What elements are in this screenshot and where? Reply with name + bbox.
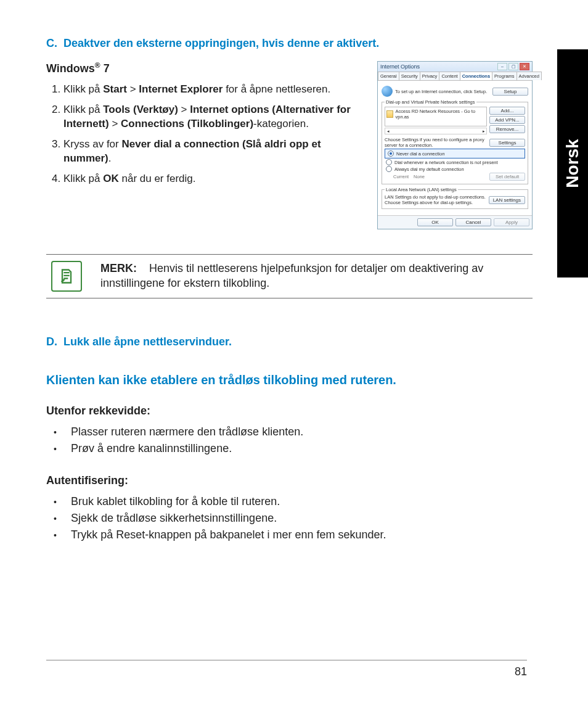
list-item: Sjekk de trådløse sikkerhetsinnstillinge… (71, 510, 533, 527)
radio-never[interactable]: Never dial a connection (388, 150, 523, 157)
radio-always[interactable]: Always dial my default connection (386, 166, 525, 172)
globe-icon (382, 86, 393, 97)
dialog-title: Internet Options (380, 64, 420, 70)
step-4: Klikk på OK når du er ferdig. (63, 172, 365, 186)
note-text: MERK: Henvis til nettleserens hjelpefunk… (100, 261, 528, 291)
internet-options-dialog: Internet Options – ▢ ✕ General Security … (377, 61, 533, 229)
dialup-legend: Dial-up and Virtual Private Network sett… (385, 99, 476, 105)
cancel-button[interactable]: Cancel (455, 218, 491, 226)
lan-fieldset: Local Area Network (LAN) settings LAN Se… (382, 187, 528, 209)
tab-privacy[interactable]: Privacy (420, 72, 440, 80)
connection-icon (386, 110, 393, 118)
add-button[interactable]: Add... (489, 107, 525, 115)
note-icon (51, 261, 82, 292)
apply-button[interactable]: Apply (494, 218, 529, 226)
lan-settings-button[interactable]: LAN settings (489, 196, 525, 204)
radio-whenever[interactable]: Dial whenever a network connection is no… (386, 159, 525, 165)
range-list: Plasser ruteren nærmere den trådløse kli… (46, 424, 533, 457)
step-2: Klikk på Tools (Verktøy) > Internet opti… (63, 103, 365, 131)
set-default-button[interactable]: Set default (489, 173, 525, 181)
maximize-icon[interactable]: ▢ (508, 63, 518, 70)
current-label: Current (393, 174, 409, 179)
proxy-text: Choose Settings if you need to configure… (385, 137, 487, 148)
list-item: Bruk kablet tilkobling for å koble til r… (71, 493, 533, 510)
close-icon[interactable]: ✕ (520, 63, 529, 70)
dialog-tabs: General Security Privacy Content Connect… (378, 72, 532, 81)
remove-button[interactable]: Remove... (489, 125, 525, 133)
add-vpn-button[interactable]: Add VPN... (489, 116, 525, 124)
tab-security[interactable]: Security (399, 72, 420, 80)
note-box: MERK: Henvis til nettleserens hjelpefunk… (46, 254, 533, 298)
tab-programs[interactable]: Programs (492, 72, 517, 80)
tab-advanced[interactable]: Advanced (517, 72, 542, 80)
current-value: None (414, 174, 425, 179)
tab-content[interactable]: Content (439, 72, 460, 80)
klient-heading: Klienten kan ikke etablere en trådløs ti… (46, 373, 533, 387)
dialup-fieldset: Dial-up and Virtual Private Network sett… (382, 99, 528, 184)
radio-never-highlight: Never dial a connection (385, 149, 525, 158)
range-heading: Utenfor rekkevidde: (46, 405, 533, 417)
auth-heading: Autentifisering: (46, 474, 533, 487)
list-item: Plasser ruteren nærmere den trådløse kli… (71, 424, 533, 440)
setup-text: To set up an Internet connection, click … (395, 89, 490, 94)
auth-list: Bruk kablet tilkobling for å koble til r… (46, 493, 533, 543)
minimize-icon[interactable]: – (497, 63, 507, 70)
steps-list: Klikk på Start > Internet Explorer for å… (46, 83, 365, 186)
os-heading: Windows® 7 (46, 61, 365, 75)
dialog-titlebar: Internet Options – ▢ ✕ (378, 62, 532, 72)
scrollbar-horizontal[interactable]: ◂▸ (385, 128, 487, 134)
page-number: 81 (46, 660, 527, 678)
step-3: Kryss av for Never dial a connection (Sl… (63, 138, 365, 166)
ok-button[interactable]: OK (417, 218, 453, 226)
tab-general[interactable]: General (378, 72, 399, 80)
lan-text: LAN Settings do not apply to dial-up con… (385, 194, 486, 205)
list-item: Prøv å endre kanalinnstillingene. (71, 440, 533, 457)
step-1: Klikk på Start > Internet Explorer for å… (63, 83, 365, 97)
lan-legend: Local Area Network (LAN) settings (385, 187, 458, 192)
setup-button[interactable]: Setup (492, 88, 528, 96)
section-c-heading: C. Deaktver den eksterne oppringingen, h… (46, 37, 533, 50)
section-d-heading: D. Lukk alle åpne nettleservinduer. (46, 335, 533, 348)
page-body: C. Deaktver den eksterne oppringingen, h… (0, 0, 588, 703)
list-item: Trykk på Reset-knappen på bakpanelet i m… (71, 527, 533, 543)
section-c-text: Windows® 7 Klikk på Start > Internet Exp… (46, 61, 365, 192)
settings-button[interactable]: Settings (489, 139, 525, 147)
connections-listbox[interactable]: Access RD Network Resources - Go to vpn.… (385, 107, 487, 126)
tab-connections[interactable]: Connections (460, 72, 492, 80)
